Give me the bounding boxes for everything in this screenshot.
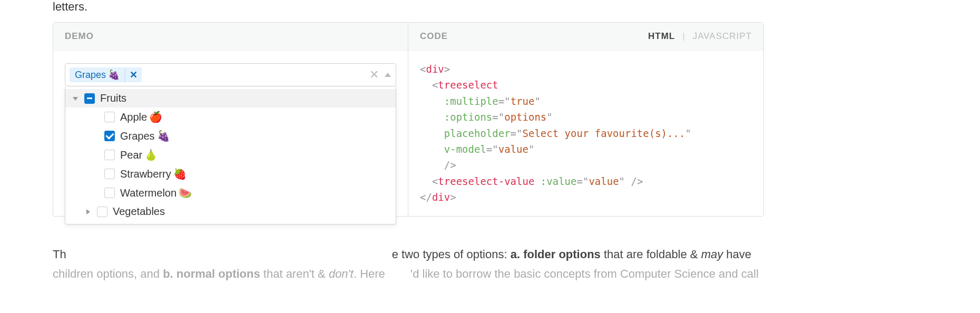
treeselect[interactable]: Grapes 🍇 ✕ ✕ [65, 63, 396, 86]
demo-title: DEMO [65, 31, 94, 42]
page-text-fragment-top: letters. [53, 0, 87, 14]
option-label: Vegetables [113, 206, 165, 218]
code-header: CODE HTML | JAVASCRIPT [408, 23, 763, 51]
tab-javascript[interactable]: JAVASCRIPT [693, 31, 752, 42]
text-italic-dont: don't [329, 267, 354, 280]
text-fragment: e two types of options: [392, 248, 511, 261]
code-tabs: HTML | JAVASCRIPT [648, 31, 752, 42]
option-apple[interactable]: Apple🍎 [65, 107, 396, 126]
demo-column: DEMO Grapes 🍇 ✕ ✕ [53, 23, 408, 216]
option-watermelon[interactable]: Watermelon🍉 [65, 183, 396, 202]
option-label: Apple🍎 [120, 111, 162, 123]
selected-tag: Grapes 🍇 ✕ [70, 67, 142, 82]
option-fruits[interactable]: Fruits [65, 89, 396, 107]
option-strawberry[interactable]: Strawberry🍓 [65, 164, 396, 183]
text-fragment: chi [53, 267, 67, 280]
option-label: Grapes🍇 [120, 130, 170, 142]
svg-marker-1 [73, 97, 78, 101]
chevron-up-icon [384, 72, 391, 77]
option-label: Fruits [100, 92, 126, 104]
dropdown-toggle[interactable] [384, 72, 391, 77]
tab-html[interactable]: HTML [648, 31, 675, 42]
option-grapes[interactable]: Grapes🍇 [65, 126, 396, 145]
checkbox[interactable] [104, 112, 115, 122]
text-fragment: 'd like to borrow the basic concepts fro… [410, 267, 759, 280]
text-bold-a: a. folder options [511, 248, 601, 261]
text-fragment: that are foldable & [601, 248, 701, 261]
close-icon: ✕ [130, 69, 138, 81]
chevron-right-icon[interactable] [84, 208, 92, 216]
option-label: Pear🍐 [120, 149, 158, 161]
tag-text: Grapes [75, 70, 106, 81]
tab-separator: | [682, 31, 685, 42]
code-title: CODE [420, 31, 448, 42]
demo-header: DEMO [53, 23, 408, 51]
checkbox[interactable] [104, 150, 115, 160]
text-fragment: that aren't & [260, 267, 329, 280]
demo-code-panel: DEMO Grapes 🍇 ✕ ✕ [53, 22, 764, 217]
text-fragment: . Here [354, 267, 388, 280]
svg-marker-2 [86, 209, 90, 214]
treeselect-controls-right: ✕ [369, 69, 391, 81]
close-icon: ✕ [369, 68, 379, 81]
treeselect-dropdown: FruitsApple🍎Grapes🍇Pear🍐Strawberry🍓Water… [65, 87, 396, 224]
chevron-down-icon[interactable] [72, 95, 79, 102]
checkbox[interactable] [84, 93, 95, 104]
checkbox[interactable] [104, 188, 115, 198]
checkbox[interactable] [97, 207, 107, 217]
treeselect-control[interactable]: Grapes 🍇 ✕ ✕ [65, 63, 396, 86]
option-emoji: 🍇 [157, 130, 170, 142]
clear-all-button[interactable]: ✕ [369, 69, 379, 81]
selected-tag-label: Grapes 🍇 [70, 67, 125, 82]
text-fragment: Th [53, 248, 66, 261]
text-italic-may: may [701, 248, 723, 261]
code-column: CODE HTML | JAVASCRIPT <div> <treeselect… [408, 23, 763, 216]
option-emoji: 🍐 [144, 149, 158, 161]
option-label: Strawberry🍓 [120, 168, 187, 180]
code-block: <div> <treeselect :multiple="true" :opti… [408, 51, 763, 216]
checkbox[interactable] [104, 131, 115, 141]
page-body-text: The two types of options: a. folder opti… [53, 244, 764, 284]
text-bold-b: b. normal options [163, 267, 260, 280]
text-fragment: have [723, 248, 751, 261]
remove-tag-button[interactable]: ✕ [125, 67, 142, 82]
option-emoji: 🍉 [179, 187, 192, 199]
option-pear[interactable]: Pear🍐 [65, 145, 396, 164]
svg-marker-0 [385, 73, 391, 77]
tag-emoji: 🍇 [108, 69, 120, 81]
demo-body: Grapes 🍇 ✕ ✕ [53, 51, 408, 214]
option-emoji: 🍎 [149, 111, 162, 123]
option-vegetables[interactable]: Vegetables [65, 202, 396, 221]
checkbox[interactable] [104, 169, 115, 179]
option-emoji: 🍓 [173, 168, 187, 180]
option-label: Watermelon🍉 [120, 187, 192, 199]
text-fragment: ldren options, and [67, 267, 163, 280]
